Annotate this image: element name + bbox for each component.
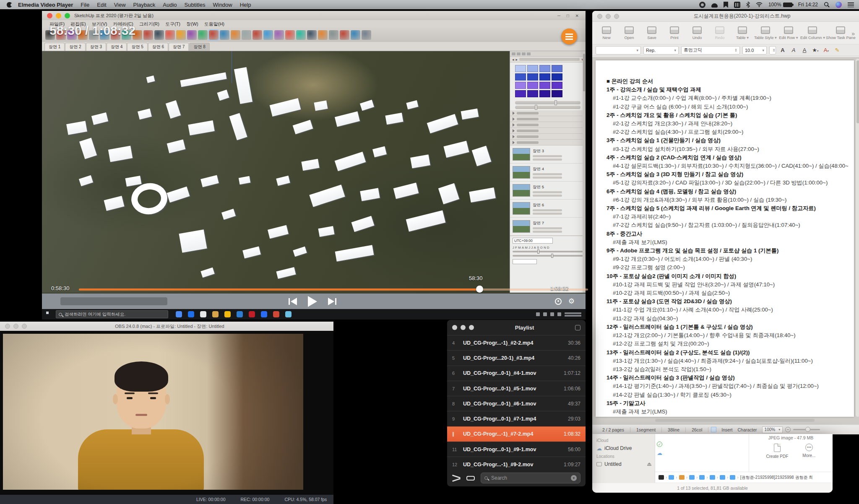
hwp-toolbar-button[interactable]: Redo xyxy=(709,26,731,40)
taskbar-app-icon[interactable] xyxy=(261,311,267,317)
playlist-row[interactable]: 11 UD_CG-Progr...0-1)_#9-1.mov 56:00 xyxy=(447,442,586,457)
sketchup-tool-icon[interactable] xyxy=(362,30,371,40)
highlight-button[interactable]: ✎ xyxy=(833,47,841,53)
zoom-slider-handle[interactable] xyxy=(805,427,810,432)
color-swatch[interactable] xyxy=(527,65,538,72)
seek-bar[interactable] xyxy=(79,288,588,291)
zoom-slider[interactable] xyxy=(793,429,820,430)
sketchup-tool-icon[interactable] xyxy=(198,30,208,40)
taskbar-app-icon[interactable] xyxy=(176,311,182,317)
playlist-row[interactable]: 8 UD_CG-Progr...0-1)_#6-1.mov 49:37 xyxy=(447,396,586,411)
sketchup-tool-icon[interactable] xyxy=(220,30,229,40)
sidebar-item-untitled-disk[interactable]: Untitled xyxy=(596,460,655,468)
settings-gear-icon[interactable]: ⚙ xyxy=(568,297,575,306)
create-pdf-action[interactable]: Create PDF xyxy=(766,444,789,459)
hwp-toolbar-button[interactable]: Undo xyxy=(686,26,708,40)
zoom-out-button[interactable]: − xyxy=(785,427,791,432)
sketchup-menu-item[interactable]: 창(W) xyxy=(186,21,198,27)
hwp-toolbar-button[interactable]: Print xyxy=(664,26,685,40)
shadow-date-slider[interactable] xyxy=(513,251,583,252)
taskbar-clock[interactable] xyxy=(565,312,581,317)
tray-section-header[interactable] xyxy=(510,140,586,145)
color-swatch[interactable] xyxy=(527,73,538,81)
path-folder-icon[interactable] xyxy=(699,475,705,480)
filter-chevron-icon[interactable]: ▾ xyxy=(571,475,577,481)
hwp-toolbar-button[interactable]: New xyxy=(596,26,617,40)
sketchup-tool-icon[interactable] xyxy=(296,30,306,40)
hwp-toolbar-button[interactable]: Edit Column xyxy=(800,26,825,40)
window-traffic-lights-inactive[interactable] xyxy=(597,14,619,19)
color-swatch[interactable] xyxy=(552,90,562,97)
taskbar-app-icon[interactable] xyxy=(273,311,279,317)
selected-file-name[interactable]: [권형준-21925998]21925998 권형준 최 xyxy=(740,475,813,481)
sketchup-tool-icon[interactable] xyxy=(252,30,262,40)
scene-tab[interactable]: 장면 4 xyxy=(107,43,127,51)
color-swatch[interactable] xyxy=(539,73,550,81)
menu-item[interactable]: View xyxy=(114,2,126,8)
path-folder-icon[interactable] xyxy=(669,475,674,480)
sketchup-tool-icon[interactable] xyxy=(329,30,338,40)
scene-tab[interactable]: 장면 3 xyxy=(86,43,106,51)
sketchup-tool-icon[interactable] xyxy=(187,30,197,40)
toolbar-overflow-icon[interactable]: » xyxy=(851,30,857,37)
sketchup-tool-icon[interactable] xyxy=(263,30,273,40)
bold-button[interactable]: A xyxy=(778,47,787,53)
seek-handle[interactable] xyxy=(476,286,483,293)
playlist-row[interactable]: 7 UD_CG-Progr...0-1)_#5-1.mov 1:06:06 xyxy=(447,381,586,396)
hwp-toolbar-button[interactable]: Save xyxy=(641,26,663,40)
menu-item[interactable]: File xyxy=(81,2,89,8)
color-swatch[interactable] xyxy=(527,82,538,89)
zoom-button[interactable] xyxy=(65,13,70,18)
menu-item[interactable]: Audio xyxy=(163,2,177,8)
shuffle-icon[interactable] xyxy=(452,475,461,481)
tray-section-header[interactable] xyxy=(510,116,586,122)
sketchup-tool-icon[interactable] xyxy=(340,30,349,40)
play-button[interactable] xyxy=(308,296,317,307)
document-page[interactable]: ■ 온라인 강의 순서1주 - 강의소개 / 실습 및 재택수업 과제#1-1강… xyxy=(596,60,854,417)
scene-tab[interactable]: 장면 7 xyxy=(169,43,189,51)
siri-icon[interactable] xyxy=(836,2,842,8)
cloud-app-icon[interactable] xyxy=(711,3,718,8)
timezone-dropdown[interactable]: UTC+09:00 xyxy=(513,238,553,244)
sketchup-menu-item[interactable]: 도움말(H) xyxy=(204,21,224,27)
webcam-preview[interactable] xyxy=(3,334,303,490)
tray-section-header[interactable] xyxy=(510,134,586,140)
color-swatch[interactable] xyxy=(539,65,550,72)
taskbar-app-icon[interactable] xyxy=(249,311,255,317)
hwp-toolbar-button[interactable]: Edit Row xyxy=(778,26,799,40)
path-folder-icon[interactable] xyxy=(659,475,664,480)
spotlight-icon[interactable] xyxy=(824,2,830,8)
shadow-time-slider[interactable] xyxy=(513,255,583,257)
sketchup-tool-icon[interactable] xyxy=(242,30,251,40)
windows-start-button[interactable] xyxy=(46,312,52,317)
taskbar-app-icon[interactable] xyxy=(237,311,243,317)
sketchup-3d-viewport[interactable] xyxy=(42,51,510,293)
sketchup-menu-item[interactable]: 도구(T) xyxy=(165,21,180,27)
playlist-row[interactable]: 6 UD_CG-Progr...0-1)_#4-1.mov 1:07:12 xyxy=(447,366,586,381)
playlist-search-field[interactable]: ▾ xyxy=(481,473,580,483)
sidebar-item-icloud-drive[interactable]: ☁iCloud Drive xyxy=(596,444,655,452)
hwp-toolbar-button[interactable]: Show Task Pane xyxy=(826,26,856,40)
path-folder-icon[interactable] xyxy=(679,475,685,480)
scene-row[interactable]: 장면 6 xyxy=(510,200,586,218)
eject-icon[interactable] xyxy=(647,462,651,466)
obs-status-icon[interactable] xyxy=(699,2,705,8)
playlist-search-input[interactable] xyxy=(490,475,568,481)
apple-menu-icon[interactable] xyxy=(7,2,12,8)
sketchup-tool-icon[interactable] xyxy=(274,30,284,40)
playlist-row[interactable]: 5 UD_CG-Progr...20-1)_#3.mp4 40:26 xyxy=(447,350,586,365)
hwp-toolbar-button[interactable]: Table xyxy=(731,26,753,40)
airplay-icon[interactable] xyxy=(555,298,562,305)
playlist-traffic-lights[interactable] xyxy=(452,325,474,330)
sketchup-tool-icon[interactable] xyxy=(285,30,295,40)
sketchup-tool-icon[interactable] xyxy=(231,30,240,40)
menu-item[interactable]: Edit xyxy=(97,2,106,8)
app-menu-title[interactable]: Elmedia Video Player xyxy=(18,2,73,8)
italic-button[interactable]: A xyxy=(789,47,798,53)
color-swatch[interactable] xyxy=(515,90,526,97)
color-panel-header[interactable]: ◂▸▾ xyxy=(510,57,586,62)
tray-scrollbar[interactable] xyxy=(583,51,586,293)
color-swatch[interactable] xyxy=(527,90,538,97)
color-slider[interactable] xyxy=(515,101,580,104)
tray-tab-strip[interactable] xyxy=(510,51,586,57)
